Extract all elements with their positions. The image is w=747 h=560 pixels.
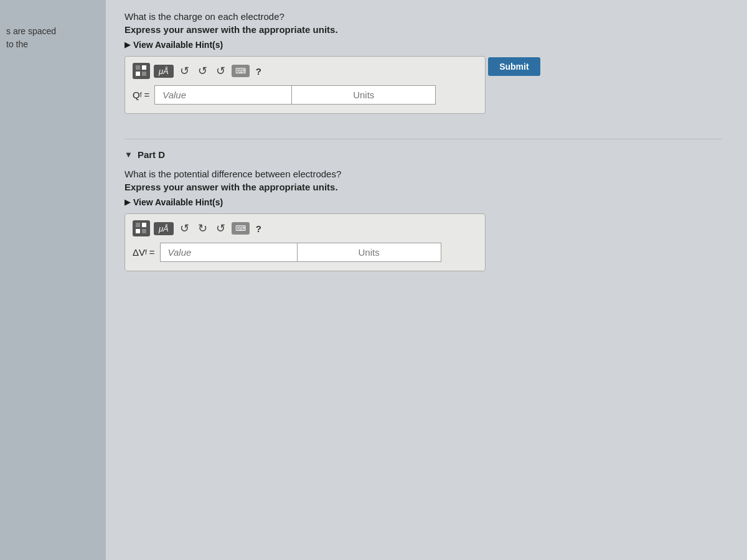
part-d-answer-box: μÅ ↺ ↻ ↺ ⌨ ? ΔVf = <box>125 213 486 271</box>
part-c-var-label: Qf = <box>133 85 149 105</box>
part-c-block: What is the charge on each electrode? Ex… <box>125 11 722 121</box>
part-c-units-input[interactable] <box>291 85 436 105</box>
help-button[interactable]: ? <box>253 65 264 78</box>
main-content: What is the charge on each electrode? Ex… <box>106 0 747 560</box>
undo-button[interactable]: ↺ <box>177 63 192 79</box>
sidebar-text-line2: to the <box>6 38 28 51</box>
part-d-undo-button[interactable]: ↺ <box>177 220 192 236</box>
part-c-answer-box: μÅ ↺ ↻ ↺ ⌨ ? Qf = <box>125 56 486 114</box>
section-divider <box>125 139 722 139</box>
part-d-units-input[interactable] <box>297 243 441 262</box>
part-c-hint-link[interactable]: ▶ View Available Hint(s) <box>125 40 722 50</box>
part-d-toolbar: μÅ ↺ ↻ ↺ ⌨ ? <box>133 220 477 236</box>
part-d-var-label: ΔVf = <box>133 243 155 262</box>
part-d-value-input[interactable] <box>160 243 297 262</box>
part-d-block: ▼ Part D What is the potential differenc… <box>125 149 722 279</box>
sidebar-text-line1: s are spaced <box>6 25 56 38</box>
part-d-question: What is the potential difference between… <box>125 169 722 179</box>
redo-button[interactable]: ↻ <box>195 63 210 79</box>
hint-link-label: View Available Hint(s) <box>133 40 223 50</box>
part-d-collapse-arrow[interactable]: ▼ <box>125 150 133 159</box>
part-c-instruction: Express your answer with the appropriate… <box>125 24 722 35</box>
part-d-hint-link-label: View Available Hint(s) <box>133 197 223 207</box>
part-c-input-row: Qf = <box>133 85 477 105</box>
part-c-value-input[interactable] <box>154 85 291 105</box>
part-d-hint-arrow-icon: ▶ <box>125 198 130 207</box>
part-d-keyboard-button[interactable]: ⌨ <box>232 222 250 235</box>
submit-button[interactable]: Submit <box>488 57 540 76</box>
part-d-hint-link[interactable]: ▶ View Available Hint(s) <box>125 197 722 207</box>
refresh-button[interactable]: ↺ <box>214 63 228 79</box>
keyboard-button[interactable]: ⌨ <box>232 65 250 77</box>
part-c-toolbar: μÅ ↺ ↻ ↺ ⌨ ? <box>133 63 477 79</box>
sidebar: s are spaced to the <box>0 0 106 560</box>
part-d-label: Part D <box>138 149 165 160</box>
part-d-matrix-button[interactable] <box>133 220 150 236</box>
part-d-refresh-button[interactable]: ↺ <box>214 220 228 236</box>
part-d-symbol-button[interactable]: μÅ <box>154 222 174 235</box>
part-d-header: ▼ Part D <box>125 149 722 160</box>
matrix-button[interactable] <box>133 63 150 79</box>
part-c-question: What is the charge on each electrode? <box>125 11 722 22</box>
part-d-instruction: Express your answer with the appropriate… <box>125 182 722 192</box>
part-d-help-button[interactable]: ? <box>253 222 264 235</box>
symbol-button[interactable]: μÅ <box>154 65 174 78</box>
part-d-redo-button[interactable]: ↻ <box>195 220 210 236</box>
part-d-input-row: ΔVf = <box>133 243 477 262</box>
hint-arrow-icon: ▶ <box>125 40 130 49</box>
